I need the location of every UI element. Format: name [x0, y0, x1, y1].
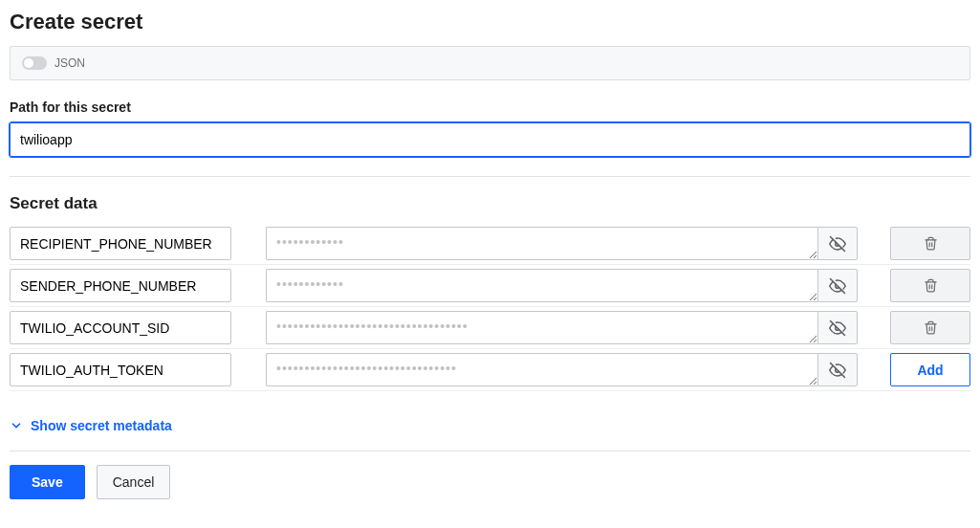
secret-row	[10, 227, 970, 265]
trash-icon	[924, 278, 938, 293]
add-row-button[interactable]: Add	[890, 353, 970, 386]
row-action	[890, 227, 970, 260]
eye-off-icon	[829, 277, 846, 295]
secret-value-wrap	[266, 311, 858, 344]
eye-off-icon	[829, 362, 846, 379]
secret-value-wrap	[266, 353, 858, 386]
chevron-down-icon	[10, 419, 23, 432]
secret-value-input[interactable]	[266, 269, 817, 302]
eye-off-icon	[829, 319, 846, 337]
json-toggle-label: JSON	[54, 56, 85, 70]
cancel-button[interactable]: Cancel	[97, 465, 171, 499]
metadata-section: Show secret metadata	[10, 418, 970, 451]
toggle-knob	[24, 58, 33, 68]
secret-key-input[interactable]	[10, 353, 231, 386]
path-section: Path for this secret	[10, 99, 970, 177]
row-action: Add	[890, 353, 970, 386]
delete-row-button[interactable]	[890, 311, 970, 344]
secret-row: Add	[10, 349, 970, 391]
secret-row	[10, 265, 970, 307]
trash-icon	[924, 236, 938, 251]
secret-value-input[interactable]	[266, 353, 817, 386]
secret-value-input[interactable]	[266, 227, 817, 260]
show-metadata-toggle[interactable]: Show secret metadata	[10, 418, 172, 433]
actions-row: Save Cancel	[10, 465, 970, 499]
row-action	[890, 269, 970, 302]
secret-value-wrap	[266, 269, 858, 302]
json-toggle[interactable]	[22, 56, 47, 70]
trash-icon	[924, 320, 938, 335]
reveal-button[interactable]	[817, 227, 858, 260]
secret-data-section: Secret data	[10, 194, 970, 391]
path-input[interactable]	[10, 122, 970, 157]
secret-key-input[interactable]	[10, 227, 231, 260]
secret-data-title: Secret data	[10, 194, 970, 213]
path-label: Path for this secret	[10, 99, 970, 115]
secret-value-wrap	[266, 227, 858, 260]
eye-off-icon	[829, 235, 846, 253]
json-toggle-bar: JSON	[10, 46, 970, 80]
delete-row-button[interactable]	[890, 227, 970, 260]
secret-value-input[interactable]	[266, 311, 817, 344]
secret-key-input[interactable]	[10, 269, 231, 302]
show-metadata-label: Show secret metadata	[31, 418, 172, 433]
page-title: Create secret	[10, 10, 970, 34]
save-button[interactable]: Save	[10, 465, 85, 499]
row-action	[890, 311, 970, 344]
delete-row-button[interactable]	[890, 269, 970, 302]
reveal-button[interactable]	[817, 353, 858, 386]
reveal-button[interactable]	[817, 311, 858, 344]
reveal-button[interactable]	[817, 269, 858, 302]
secret-row	[10, 307, 970, 349]
secret-key-input[interactable]	[10, 311, 231, 344]
